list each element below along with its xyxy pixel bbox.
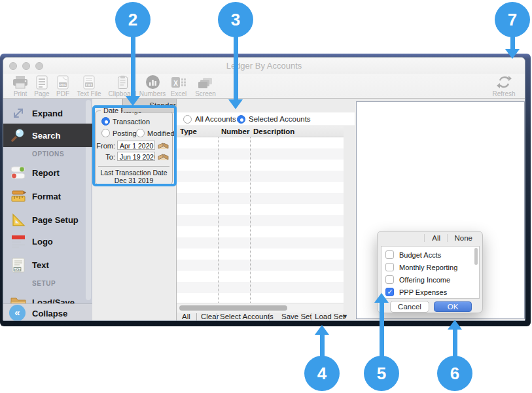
svg-text:X: X — [173, 79, 178, 86]
load-set-dropdown-arrow[interactable]: ▼ — [342, 313, 348, 320]
expand-icon — [9, 102, 28, 124]
callout-7-arrow — [505, 49, 520, 59]
dialog-scrollbar-thumb[interactable] — [474, 248, 478, 265]
column-divider — [218, 137, 219, 303]
pdf-icon: PDF — [57, 75, 69, 90]
screen-icon — [198, 75, 213, 90]
search-icon — [9, 124, 28, 146]
list-item-budget-accts[interactable]: Budget Accts — [385, 248, 441, 261]
list-item-monthly-reporting[interactable]: Monthly Reporting — [385, 261, 457, 273]
callout-4-circle: 4 — [304, 356, 340, 391]
accounts-table: All Accounts Selected Accounts Type Numb… — [176, 99, 355, 321]
save-set-button[interactable]: Save Set — [281, 313, 312, 320]
toolbar: Print Page PDF PDF TXT Text File — [3, 74, 525, 99]
svg-text:PDF: PDF — [60, 82, 67, 86]
sidebar-item-format[interactable]: Format — [3, 185, 92, 207]
list-item-offering-income[interactable]: Offering Income — [385, 273, 450, 286]
print-icon — [12, 75, 29, 90]
checkbox-offering-income[interactable] — [385, 275, 394, 284]
cancel-button[interactable]: Cancel — [390, 301, 429, 313]
callout-6-circle: 6 — [437, 356, 472, 391]
callout-5-arrow — [374, 293, 389, 303]
list-item-ppp-expenses[interactable]: PPP Expenses — [385, 286, 447, 298]
ok-button[interactable]: OK — [434, 301, 472, 312]
format-icon — [9, 185, 28, 207]
table-action-bar: All Clear Select Accounts Save Set Load … — [177, 313, 355, 321]
callout-2-line — [131, 36, 135, 97]
text-icon: TXT — [9, 254, 28, 276]
sidebar-item-report[interactable]: Report — [3, 162, 92, 184]
sidebar-item-search[interactable]: Search — [3, 124, 92, 147]
all-button[interactable]: All — [182, 313, 190, 320]
callout-5-circle: 5 — [364, 356, 399, 391]
screen-button[interactable]: Screen — [192, 75, 219, 98]
callout-7-line — [510, 36, 515, 50]
callout-4-arrow — [315, 325, 329, 335]
page-icon — [36, 75, 48, 90]
excel-icon: X — [171, 75, 186, 90]
callout-6-line — [453, 329, 457, 357]
print-button[interactable]: Print — [10, 75, 31, 98]
app-window: Ledger By Accounts Print Page PDF — [3, 57, 525, 321]
sidebar-item-page-setup[interactable]: Page Setup — [3, 209, 92, 231]
callout-2-circle: 2 — [115, 2, 151, 37]
collapse-icon: « — [9, 305, 26, 321]
svg-text:TXT: TXT — [86, 82, 93, 86]
callout-3-line — [234, 36, 238, 100]
checkbox-monthly-reporting[interactable] — [385, 263, 394, 271]
page-button[interactable]: Page — [32, 75, 52, 98]
title-bar: Ledger By Accounts — [3, 58, 525, 74]
checkbox-budget-accts[interactable] — [385, 250, 394, 259]
scrollbar-thumb[interactable] — [179, 305, 287, 311]
numbers-button[interactable]: Numbers — [137, 75, 168, 98]
svg-text:TXT: TXT — [14, 267, 22, 271]
account-checkbox-list: Budget Accts Monthly Reporting Offering … — [381, 246, 480, 299]
select-none-button[interactable]: None — [447, 234, 480, 242]
sidebar: Expand Search OPTIONS Report — [3, 99, 92, 321]
column-type[interactable]: Type — [180, 128, 197, 135]
column-description[interactable]: Description — [253, 128, 294, 135]
column-number[interactable]: Number — [221, 128, 249, 135]
sidebar-item-expand[interactable]: Expand — [3, 102, 92, 124]
logo-icon — [9, 230, 28, 252]
sidebar-item-text[interactable]: TXT Text — [3, 254, 92, 276]
clipboard-icon — [117, 75, 128, 90]
refresh-button[interactable]: Refresh — [488, 75, 520, 98]
radio-selected-accounts[interactable] — [237, 115, 245, 124]
callout-6-arrow — [448, 320, 462, 330]
account-set-dialog: All None Budget Accts Monthly Reporting … — [377, 231, 483, 313]
table-header: Type Number Description — [177, 126, 344, 137]
callout-3-circle: 3 — [218, 2, 253, 37]
desktop-wallpaper: Ledger By Accounts Print Page PDF — [0, 54, 531, 326]
account-filter-row: All Accounts Selected Accounts — [177, 112, 355, 126]
column-divider — [250, 137, 251, 303]
dialog-top-bar: All None — [378, 231, 482, 246]
load-set-button[interactable]: Load Set — [315, 313, 345, 320]
radio-all-accounts[interactable] — [183, 115, 192, 124]
sidebar-item-logo[interactable]: Logo — [3, 230, 92, 252]
collapse-bar[interactable]: « Collapse — [3, 303, 92, 321]
highlight-box-date-range — [92, 105, 177, 186]
sidebar-section-options: OPTIONS — [32, 150, 64, 158]
callout-2-arrow — [126, 96, 140, 106]
text-file-icon: TXT — [83, 75, 95, 90]
numbers-icon — [145, 75, 160, 90]
callout-3-arrow — [228, 99, 243, 109]
page-setup-icon — [9, 209, 28, 231]
callout-4-line — [320, 334, 325, 357]
report-icon — [9, 162, 28, 184]
refresh-icon — [495, 75, 513, 90]
screenshot: Ledger By Accounts Print Page PDF — [0, 0, 532, 393]
pdf-button[interactable]: PDF PDF — [53, 75, 73, 98]
table-scroll-gutter — [344, 126, 355, 303]
window-title: Ledger By Accounts — [3, 61, 525, 71]
sidebar-section-setup: SETUP — [32, 280, 56, 287]
select-accounts-button[interactable]: Select Accounts — [220, 313, 274, 320]
table-body[interactable] — [177, 137, 344, 303]
select-all-button[interactable]: All — [424, 234, 448, 242]
text-file-button[interactable]: TXT Text File — [74, 75, 104, 98]
callout-5-line — [380, 302, 384, 357]
horizontal-scrollbar[interactable] — [177, 303, 344, 313]
callout-7-circle: 7 — [495, 2, 530, 37]
excel-button[interactable]: X Excel — [167, 75, 190, 98]
